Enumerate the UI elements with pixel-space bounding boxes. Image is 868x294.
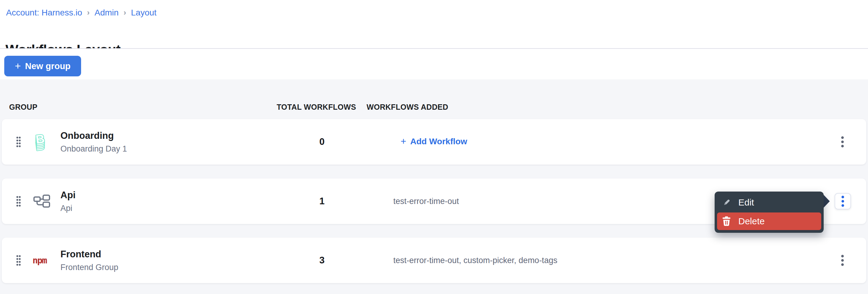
plus-icon: + xyxy=(401,136,406,146)
group-name: Frontend xyxy=(60,249,119,260)
menu-item-delete[interactable]: Delete xyxy=(717,213,821,230)
toolbar: + New group xyxy=(0,49,868,79)
total-workflows-count: 1 xyxy=(290,196,354,207)
kebab-icon xyxy=(841,254,844,266)
breadcrumb-link-layout[interactable]: Layout xyxy=(131,8,156,17)
kebab-icon xyxy=(841,136,844,148)
workflows-added-text: test-error-time-out xyxy=(393,197,459,206)
breadcrumb-link-admin[interactable]: Admin xyxy=(94,8,119,17)
chevron-right-icon: › xyxy=(87,8,90,17)
new-group-label: New group xyxy=(25,61,71,71)
group-description: Onboarding Day 1 xyxy=(60,144,127,154)
plus-icon: + xyxy=(15,61,21,71)
drag-handle-icon[interactable] xyxy=(16,195,21,207)
onboarding-group-logo: B B B B B xyxy=(32,133,51,151)
kebab-icon xyxy=(841,195,844,207)
trash-icon xyxy=(721,216,732,226)
column-header-total-workflows: TOTAL WORKFLOWS xyxy=(277,103,356,112)
group-row-frontend: npm Frontend Frontend Group 3 test-error… xyxy=(2,237,866,283)
workflow-tree-icon xyxy=(32,194,51,209)
new-group-button[interactable]: + New group xyxy=(4,56,81,76)
total-workflows-count: 0 xyxy=(290,136,354,147)
pencil-icon xyxy=(721,197,732,207)
npm-logo: npm xyxy=(32,256,51,265)
workflows-added-text: test-error-time-out, custom-picker, demo… xyxy=(393,256,557,265)
group-name: Api xyxy=(60,190,75,200)
delete-label: Delete xyxy=(738,216,765,226)
breadcrumb: Account: Harness.io › Admin › Layout xyxy=(6,8,156,17)
context-menu: Edit Delete xyxy=(715,191,824,233)
drag-handle-icon[interactable] xyxy=(16,255,21,266)
menu-item-edit[interactable]: Edit xyxy=(715,193,824,212)
svg-text:B: B xyxy=(35,133,45,146)
add-workflow-label: Add Workflow xyxy=(410,137,467,146)
context-menu-arrow xyxy=(824,195,830,208)
svg-text:npm: npm xyxy=(32,256,47,265)
total-workflows-count: 3 xyxy=(290,255,354,266)
kebab-menu-button-active[interactable] xyxy=(835,193,851,210)
drag-handle-icon[interactable] xyxy=(16,136,21,148)
kebab-menu-button[interactable] xyxy=(841,254,844,266)
column-header-workflows-added: WORKFLOWS ADDED xyxy=(367,103,448,112)
edit-label: Edit xyxy=(738,197,754,208)
breadcrumb-link-account[interactable]: Account: Harness.io xyxy=(6,8,82,17)
workflows-group-table: GROUP TOTAL WORKFLOWS WORKFLOWS ADDED B … xyxy=(0,79,868,294)
add-workflow-link[interactable]: + Add Workflow xyxy=(401,137,467,146)
group-description: Api xyxy=(60,204,75,213)
column-header-group: GROUP xyxy=(9,103,37,112)
kebab-menu-button[interactable] xyxy=(841,136,844,148)
group-name: Onboarding xyxy=(60,130,127,141)
chevron-right-icon: › xyxy=(124,8,126,17)
group-description: Frontend Group xyxy=(60,263,119,272)
group-row-onboarding: B B B B B Onboarding Onboarding Day 1 0 … xyxy=(2,119,866,164)
